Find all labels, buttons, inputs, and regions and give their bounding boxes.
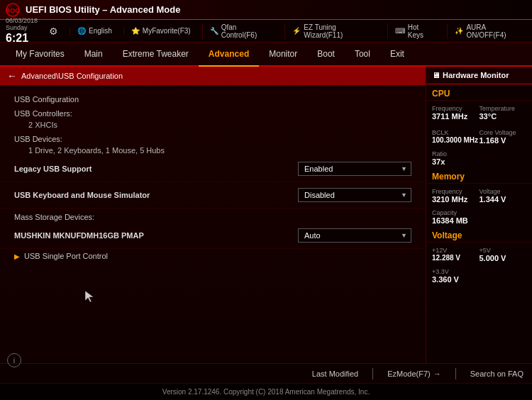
legacy-usb-select[interactable]: Enabled Disabled Auto (298, 162, 411, 176)
hw-monitor-panel: 🖥 Hardware Monitor CPU Frequency 3711 MH… (426, 67, 532, 363)
bottom-bar: Last Modified EzMode(F7) → Search on FAQ (0, 363, 532, 383)
aura-item[interactable]: ✨ AURA ON/OFF(F4) (447, 23, 526, 39)
cpu-ratio-label: Ratio (432, 150, 526, 157)
breadcrumb: ← Advanced\USB Configuration (0, 67, 426, 85)
v5-value: 5.000 V (480, 254, 527, 262)
cpu-bclk-grid: BCLK 100.3000 MHz Core Voltage 1.168 V (426, 125, 532, 149)
ez-tuning-item[interactable]: ⚡ EZ Tuning Wizard(F11) (284, 23, 376, 39)
ez-mode-arrow-icon: → (433, 370, 441, 378)
footer: Version 2.17.1246. Copyright (C) 2018 Am… (0, 383, 532, 400)
cpu-bclk-cell: BCLK 100.3000 MHz (432, 128, 480, 146)
date-display: 06/03/2018 Sunday (6, 18, 38, 32)
gear-icon[interactable]: ⚙ (49, 26, 58, 37)
nav-extreme-tweaker[interactable]: Extreme Tweaker (113, 43, 199, 67)
mem-volt-cell: Voltage 1.344 V (480, 187, 527, 205)
nav-my-favorites[interactable]: My Favorites (6, 43, 74, 67)
usb-devices-label: USB Devices: (0, 130, 426, 145)
usb-kb-mouse-select[interactable]: Enabled Disabled (298, 188, 411, 202)
language-item[interactable]: 🌐 English (70, 27, 112, 35)
mem-cap-label: Capacity (432, 209, 526, 216)
ez-mode-btn[interactable]: EzMode(F7) → (387, 370, 441, 378)
nav-tool[interactable]: Tool (345, 43, 380, 67)
mem-freq-value: 3210 MHz (432, 195, 480, 204)
hotkeys-icon: ⌨ (395, 27, 405, 35)
usb-single-port-section[interactable]: ▶ USB Single Port Control (0, 249, 426, 263)
hot-keys-item[interactable]: ⌨ Hot Keys (387, 23, 436, 39)
v33-area: +3.3V 3.360 V (426, 267, 532, 285)
my-favorite-item[interactable]: ⭐ MyFavorite(F3) (123, 27, 191, 35)
v33-label: +3.3V (432, 268, 526, 275)
bottom-divider-2 (455, 368, 456, 379)
main-nav: My Favorites Main Extreme Tweaker Advanc… (0, 43, 532, 67)
mem-capacity-area: Capacity 16384 MB (426, 208, 532, 226)
mem-freq-cell: Frequency 3210 MHz (432, 187, 480, 205)
v12-value: 12.288 V (432, 254, 480, 262)
cpu-freq-cell: Frequency 3711 MHz (432, 104, 480, 122)
info-circle-btn[interactable]: i (7, 353, 21, 367)
legacy-usb-row: Legacy USB Support Enabled Disabled Auto (0, 156, 426, 182)
mass-storage-select-wrapper: Auto Enabled Disabled (298, 228, 411, 243)
cpu-temp-cell: Temperature 33°C (480, 104, 527, 122)
main-panel: ← Advanced\USB Configuration USB Configu… (0, 67, 426, 363)
settings-content: USB Configuration USB Controllers: 2 XHC… (0, 85, 426, 269)
cpu-corevolt-cell: Core Voltage 1.168 V (480, 128, 527, 146)
last-modified-btn[interactable]: Last Modified (312, 370, 358, 378)
cpu-ratio-area: Ratio 37x (426, 149, 532, 167)
v33-value: 3.360 V (432, 275, 526, 284)
cpu-grid: Frequency 3711 MHz Temperature 33°C (426, 101, 532, 125)
voltage-grid: +12V 12.288 V +5V 5.000 V (426, 243, 532, 267)
qfan-item[interactable]: 🔧 Qfan Control(F6) (202, 23, 274, 39)
mass-storage-device-label: MUSHKIN MKNUFDMH16GB PMAP (14, 231, 144, 240)
nav-main[interactable]: Main (74, 43, 113, 67)
usb-devices-detail: 1 Drive, 2 Keyboards, 1 Mouse, 5 Hubs (0, 145, 426, 156)
monitor-icon: 🖥 (432, 71, 440, 79)
mass-storage-select[interactable]: Auto Enabled Disabled (298, 228, 411, 243)
title-bar-text: UEFI BIOS Utility – Advanced Mode (26, 4, 180, 15)
v5-cell: +5V 5.000 V (480, 245, 527, 264)
content-area: ← Advanced\USB Configuration USB Configu… (0, 67, 532, 363)
memory-section-title: Memory (426, 167, 532, 184)
nav-advanced[interactable]: Advanced (199, 43, 259, 67)
usb-controllers-label: USB Controllers: (0, 105, 426, 119)
cpu-ratio-value: 37x (432, 157, 526, 166)
v12-label: +12V (432, 247, 480, 254)
nav-boot[interactable]: Boot (307, 43, 345, 67)
mass-storage-label: Mass Storage Devices: (0, 209, 426, 223)
usb-kb-mouse-select-wrapper: Enabled Disabled (298, 188, 411, 202)
cpu-freq-label: Frequency (432, 105, 480, 112)
bottom-divider-1 (372, 368, 373, 379)
legacy-usb-label: Legacy USB Support (14, 165, 92, 173)
v12-cell: +12V 12.288 V (432, 245, 480, 264)
title-bar: ROG UEFI BIOS Utility – Advanced Mode (0, 0, 532, 20)
fan-icon: 🔧 (210, 27, 218, 35)
datetime: 06/03/2018 Sunday 6:21 (6, 18, 38, 44)
search-faq-btn[interactable]: Search on FAQ (470, 370, 523, 378)
cpu-corevolt-value: 1.168 V (480, 136, 527, 145)
cpu-corevolt-label: Core Voltage (480, 129, 527, 136)
search-faq-label: Search on FAQ (470, 370, 523, 378)
nav-exit[interactable]: Exit (380, 43, 414, 67)
xhcis-label: 2 XHCIs (0, 119, 426, 130)
ez-mode-label: EzMode(F7) (387, 370, 431, 378)
v5-label: +5V (480, 247, 527, 254)
usb-kb-mouse-row: USB Keyboard and Mouse Simulator Enabled… (0, 182, 426, 209)
mem-freq-label: Frequency (432, 188, 480, 195)
memory-grid: Frequency 3210 MHz Voltage 1.344 V (426, 184, 532, 208)
section-arrow-icon: ▶ (14, 252, 20, 260)
mem-volt-value: 1.344 V (480, 195, 527, 204)
tuning-icon: ⚡ (292, 27, 301, 35)
info-bar: 06/03/2018 Sunday 6:21 ⚙ 🌐 English ⭐ MyF… (0, 20, 532, 43)
last-modified-label: Last Modified (312, 370, 358, 378)
aura-icon: ✨ (455, 27, 463, 35)
legacy-usb-select-wrapper: Enabled Disabled Auto (298, 162, 411, 176)
usb-config-label: USB Configuration (0, 91, 426, 105)
voltage-section-title: Voltage (426, 226, 532, 243)
nav-monitor[interactable]: Monitor (259, 43, 307, 67)
cpu-temp-label: Temperature (480, 105, 527, 112)
cpu-section-title: CPU (426, 84, 532, 101)
hw-monitor-title: Hardware Monitor (443, 71, 509, 79)
back-arrow-icon[interactable]: ← (7, 70, 17, 82)
cpu-freq-value: 3711 MHz (432, 112, 480, 121)
mem-cap-value: 16384 MB (432, 216, 526, 225)
language-icon: 🌐 (77, 27, 86, 35)
